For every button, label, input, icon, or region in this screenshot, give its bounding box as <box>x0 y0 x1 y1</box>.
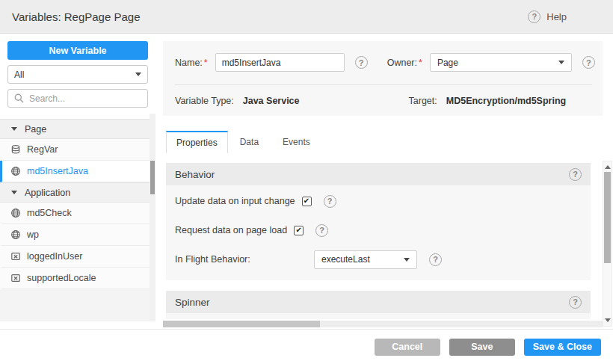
section-behavior: Behavior?Update data on input change✔?Re… <box>166 163 591 280</box>
dropdown-caret-icon <box>558 61 564 64</box>
search-input[interactable] <box>29 93 141 104</box>
owner-label: Owner: <box>387 58 417 68</box>
card-divider <box>175 84 592 85</box>
variable-name: loggedInUser <box>27 251 82 262</box>
search-icon <box>14 93 24 103</box>
variable-name: md5Check <box>27 208 72 218</box>
field-request-data-on-page-load: Request data on page load✔? <box>175 220 582 240</box>
name-owner-row: Name: * ? Owner: * Page ? <box>175 53 592 72</box>
java-service-variable-icon <box>10 166 21 176</box>
field-help-icon[interactable]: ? <box>324 195 336 208</box>
tab-data[interactable]: Data <box>228 131 271 153</box>
sidebar-scrollbar[interactable] <box>150 114 155 321</box>
title-bar: Variables: RegPage Page ? Help <box>0 0 613 34</box>
horizontal-scrollbar[interactable] <box>163 321 603 327</box>
save-close-button[interactable]: Save & Close <box>524 339 601 356</box>
variable-group-header-application[interactable]: Application <box>0 182 155 203</box>
dropdown-caret-icon <box>135 73 141 76</box>
section-body: Update data on input change✔?Request dat… <box>166 185 591 280</box>
section-title: Behavior <box>175 169 215 180</box>
variable-detail-panel: Name: * ? Owner: * Page ? Variable Type:… <box>163 34 613 321</box>
cancel-button[interactable]: Cancel <box>375 339 440 356</box>
new-variable-button[interactable]: New Variable <box>7 41 148 60</box>
section-help-icon[interactable]: ? <box>569 296 582 309</box>
variable-filter-select[interactable]: All <box>7 65 148 84</box>
static-variable-icon <box>10 273 21 283</box>
checkbox[interactable]: ✔ <box>294 226 304 235</box>
section-body: Spinner Context:Search Widgets? <box>166 313 591 319</box>
help-button[interactable]: ? Help <box>528 10 567 23</box>
checkbox[interactable]: ✔ <box>302 197 312 206</box>
filter-selected-value: All <box>14 70 135 80</box>
section-help-icon[interactable]: ? <box>569 168 582 181</box>
variable-list-item-supportedlocale[interactable]: supportedLocale <box>0 268 155 289</box>
help-icon: ? <box>528 10 540 23</box>
tab-properties[interactable]: Properties <box>166 131 228 153</box>
section-header: Spinner? <box>166 291 591 313</box>
variable-list-item-regvar[interactable]: RegVar <box>0 139 155 161</box>
variable-name: wp <box>27 229 39 240</box>
name-label: Name: <box>175 58 203 68</box>
variable-name: md5InsertJava <box>27 166 88 176</box>
required-asterisk: * <box>419 58 422 68</box>
scroll-up-icon[interactable] <box>605 165 611 169</box>
variable-list-item-md5check[interactable]: md5Check <box>0 203 155 224</box>
sidebar-controls: New Variable All <box>0 34 155 113</box>
group-label: Page <box>25 124 46 135</box>
variable-type-label: Variable Type: <box>175 96 234 106</box>
variables-sidebar: New Variable All PageRegVarmd5InsertJava… <box>0 34 155 321</box>
field-help-icon[interactable]: ? <box>429 253 442 266</box>
owner-selected-value: Page <box>437 58 458 68</box>
sidebar-scroll-thumb[interactable] <box>150 161 155 194</box>
service-variable-icon <box>10 144 21 155</box>
properties-content: Behavior?Update data on input change✔?Re… <box>166 161 591 319</box>
variable-list-item-md5insertjava[interactable]: md5InsertJava <box>0 161 155 182</box>
owner-field: Owner: * Page <box>387 53 572 72</box>
type-target-row: Variable Type: Java Service Target: MD5E… <box>175 96 566 106</box>
dropdown-caret-icon <box>404 258 410 262</box>
java-service-variable-icon <box>10 229 21 240</box>
collapse-arrow-icon <box>11 191 17 194</box>
section-spinner: Spinner?Spinner Context:Search Widgets? <box>166 291 591 319</box>
save-button[interactable]: Save <box>449 339 515 356</box>
required-asterisk: * <box>204 58 208 68</box>
static-variable-icon <box>10 251 21 262</box>
field-label: Request data on page load <box>175 225 287 235</box>
vertical-scroll-thumb[interactable] <box>604 172 611 263</box>
horizontal-scroll-thumb[interactable] <box>163 321 320 327</box>
help-label: Help <box>546 11 567 22</box>
section-header: Behavior? <box>166 163 591 185</box>
variable-list-item-loggedinuser[interactable]: loggedInUser <box>0 246 155 268</box>
field-in-flight-behavior: In Flight Behavior:executeLast? <box>175 250 582 269</box>
variable-group-header-page[interactable]: Page <box>0 119 155 139</box>
field-update-data-on-input-change: Update data on input change✔? <box>175 191 582 211</box>
scroll-down-icon[interactable] <box>605 318 611 322</box>
variable-name: RegVar <box>27 144 58 155</box>
variable-list-item-wp[interactable]: wp <box>0 224 155 246</box>
target-value: MD5Encryption/md5Spring <box>446 96 566 106</box>
field-label: Update data on input change <box>175 196 295 206</box>
section-title: Spinner <box>175 297 210 308</box>
field-label: In Flight Behavior: <box>175 254 314 265</box>
tab-events[interactable]: Events <box>271 131 322 153</box>
sidebar-filler <box>0 289 155 321</box>
page-title: Variables: RegPage Page <box>12 10 141 23</box>
variable-name: supportedLocale <box>27 273 96 283</box>
variable-type-value: Java Service <box>243 96 300 106</box>
tab-bar: PropertiesDataEvents <box>163 131 322 153</box>
select[interactable]: executeLast <box>314 250 417 269</box>
variable-list: PageRegVarmd5InsertJavaApplicationmd5Che… <box>0 119 155 289</box>
group-label: Application <box>25 188 70 198</box>
name-help-icon[interactable]: ? <box>355 56 368 69</box>
owner-help-icon[interactable]: ? <box>582 56 595 69</box>
select-value: executeLast <box>321 254 370 265</box>
owner-select[interactable]: Page <box>430 53 572 72</box>
field-help-icon[interactable]: ? <box>315 224 328 237</box>
vertical-scrollbar[interactable] <box>603 161 612 327</box>
search-box[interactable] <box>7 89 148 108</box>
target-label: Target: <box>409 96 437 106</box>
name-input[interactable] <box>215 53 345 72</box>
java-service-variable-icon <box>10 208 21 218</box>
footer-action-bar: Cancel Save Save & Close <box>0 329 613 364</box>
variable-summary-card: Name: * ? Owner: * Page ? Variable Type:… <box>163 41 603 116</box>
